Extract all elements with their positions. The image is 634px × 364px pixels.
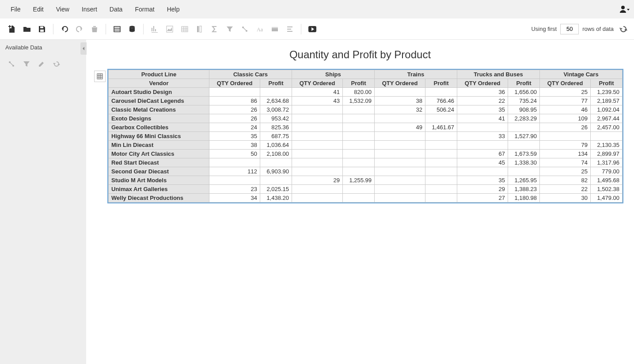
data-cell[interactable]: 29 [292, 176, 343, 185]
data-cell[interactable]: 2,967.44 [591, 114, 623, 123]
menu-insert[interactable]: Insert [76, 2, 103, 16]
data-cell[interactable]: 26 [540, 123, 591, 132]
header-col[interactable]: Vintage Cars [540, 70, 623, 79]
data-cell[interactable] [508, 123, 540, 132]
data-cell[interactable]: 22 [457, 97, 508, 105]
data-cell[interactable]: 77 [540, 97, 591, 105]
data-cell[interactable] [292, 123, 343, 132]
vendor-cell[interactable]: Gearbox Collectibles [109, 123, 209, 132]
vendor-cell[interactable]: Min Lin Diecast [109, 141, 209, 150]
vendor-cell[interactable]: Red Start Diecast [109, 158, 209, 167]
pivot-table-container[interactable]: Product LineClassic CarsShipsTrainsTruck… [107, 69, 623, 203]
data-cell[interactable]: 1,479.00 [591, 194, 623, 203]
data-cell[interactable]: 49 [375, 123, 425, 132]
data-cell[interactable] [292, 167, 343, 176]
data-cell[interactable]: 50 [209, 150, 260, 158]
data-cell[interactable] [457, 167, 508, 176]
data-cell[interactable]: 26 [209, 114, 260, 123]
data-cell[interactable] [375, 88, 425, 97]
header-col[interactable]: Trains [375, 70, 457, 79]
data-cell[interactable] [375, 185, 425, 194]
table-row[interactable]: Unimax Art Galleries232,025.15291,388.23… [109, 185, 623, 194]
header-measure[interactable]: QTY Ordered [540, 79, 591, 88]
filter-button[interactable] [222, 22, 237, 37]
header-measure[interactable]: Profit [260, 79, 292, 88]
data-cell[interactable]: 2,189.57 [591, 97, 623, 105]
data-cell[interactable] [425, 150, 457, 158]
new-file-button[interactable] [4, 22, 19, 37]
table-button[interactable] [177, 22, 192, 37]
data-cell[interactable] [292, 114, 343, 123]
header-vendor[interactable]: Vendor [109, 79, 209, 88]
data-cell[interactable] [457, 141, 508, 150]
open-file-button[interactable] [19, 22, 34, 37]
data-cell[interactable] [292, 105, 343, 114]
data-cell[interactable] [425, 114, 457, 123]
data-cell[interactable]: 1,265.95 [508, 176, 540, 185]
table-row[interactable]: Autoart Studio Design41820.00361,656.002… [109, 88, 623, 97]
data-cell[interactable]: 1,317.96 [591, 158, 623, 167]
data-cell[interactable]: 38 [209, 141, 260, 150]
table-view-toggle[interactable] [94, 71, 106, 82]
data-cell[interactable]: 1,527.90 [508, 132, 540, 141]
data-cell[interactable] [260, 88, 292, 97]
data-cell[interactable]: 112 [209, 167, 260, 176]
data-cell[interactable] [425, 88, 457, 97]
data-cell[interactable]: 779.00 [591, 167, 623, 176]
data-cell[interactable] [425, 167, 457, 176]
data-cell[interactable]: 30 [540, 194, 591, 203]
header-col[interactable]: Trucks and Buses [457, 70, 540, 79]
data-cell[interactable]: 23 [209, 185, 260, 194]
data-cell[interactable] [375, 150, 425, 158]
vendor-cell[interactable]: Classic Metal Creations [109, 105, 209, 114]
data-cell[interactable] [343, 114, 375, 123]
data-cell[interactable]: 33 [457, 132, 508, 141]
data-cell[interactable] [425, 194, 457, 203]
data-cell[interactable] [425, 158, 457, 167]
data-cell[interactable]: 29 [457, 185, 508, 194]
area-chart-button[interactable] [162, 22, 177, 37]
data-cell[interactable]: 74 [540, 158, 591, 167]
data-cell[interactable]: 825.36 [260, 123, 292, 132]
data-cell[interactable]: 1,338.30 [508, 158, 540, 167]
data-cell[interactable] [292, 194, 343, 203]
data-cell[interactable] [425, 185, 457, 194]
data-cell[interactable] [375, 194, 425, 203]
pivot-table[interactable]: Product LineClassic CarsShipsTrainsTruck… [108, 70, 623, 203]
column-button[interactable] [192, 22, 207, 37]
data-cell[interactable] [375, 141, 425, 150]
data-cell[interactable] [375, 158, 425, 167]
data-cell[interactable]: 953.42 [260, 114, 292, 123]
data-cell[interactable]: 2,283.29 [508, 114, 540, 123]
link-button[interactable] [237, 22, 252, 37]
data-cell[interactable] [375, 167, 425, 176]
data-source-button[interactable] [125, 22, 140, 37]
delete-button[interactable] [87, 22, 102, 37]
data-cell[interactable]: 2,899.97 [591, 150, 623, 158]
data-cell[interactable] [292, 158, 343, 167]
data-cell[interactable] [209, 88, 260, 97]
table-row[interactable]: Studio M Art Models291,255.99351,265.958… [109, 176, 623, 185]
data-cell[interactable]: 2,025.15 [260, 185, 292, 194]
vendor-cell[interactable]: Second Gear Diecast [109, 167, 209, 176]
data-cell[interactable] [209, 158, 260, 167]
data-cell[interactable]: 687.75 [260, 132, 292, 141]
data-cell[interactable]: 45 [457, 158, 508, 167]
menu-view[interactable]: View [50, 2, 76, 16]
header-measure[interactable]: QTY Ordered [457, 79, 508, 88]
collapse-sidebar-button[interactable] [80, 42, 87, 55]
table-row[interactable]: Red Start Diecast451,338.30741,317.96 [109, 158, 623, 167]
gradient-button[interactable] [267, 22, 282, 37]
data-cell[interactable]: 2,130.35 [591, 141, 623, 150]
data-cell[interactable]: 1,255.99 [343, 176, 375, 185]
data-cell[interactable] [375, 132, 425, 141]
vendor-cell[interactable]: Unimax Art Galleries [109, 185, 209, 194]
table-row[interactable]: Carousel DieCast Legends862,634.68431,53… [109, 97, 623, 105]
report-canvas[interactable]: Quantity and Profit by Product Product L… [86, 40, 634, 364]
data-cell[interactable] [457, 123, 508, 132]
play-button[interactable] [305, 22, 320, 37]
data-cell[interactable]: 24 [209, 123, 260, 132]
data-cell[interactable]: 1,673.59 [508, 150, 540, 158]
data-cell[interactable]: 1,388.23 [508, 185, 540, 194]
data-cell[interactable]: 82 [540, 176, 591, 185]
